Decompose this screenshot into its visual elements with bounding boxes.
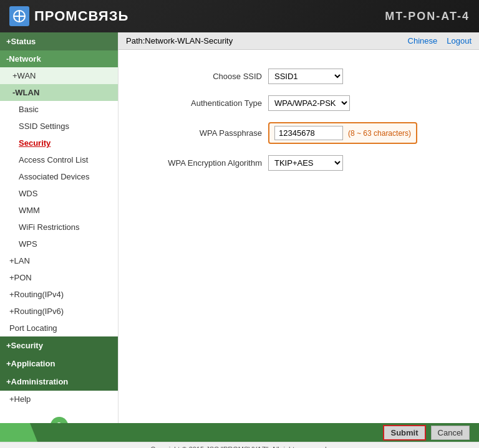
passphrase-input[interactable]: [274, 126, 343, 140]
sidebar-item-port-locating[interactable]: Port Locating: [0, 320, 118, 336]
ssid-label: Choose SSID: [131, 72, 268, 81]
encryption-row: WPA Encryption Algorithm TKIP AES TKIP+A…: [131, 155, 467, 171]
passphrase-control: (8 ~ 63 characters): [268, 122, 417, 144]
sidebar-item-wmm[interactable]: WMM: [0, 202, 118, 219]
sidebar-item-lan[interactable]: +LAN: [0, 252, 118, 269]
breadcrumb-bar: Path:Network-WLAN-Security Chinese Logou…: [119, 32, 479, 50]
sidebar-item-help[interactable]: +Help: [0, 391, 118, 407]
sidebar-item-wps[interactable]: WPS: [0, 236, 118, 252]
sidebar-item-acl[interactable]: Access Control List: [0, 151, 118, 168]
auth-type-row: Authentication Type Open WPA-PSK WPA2-PS…: [131, 95, 467, 111]
cancel-button[interactable]: Cancel: [431, 426, 470, 440]
submit-button[interactable]: Submit: [383, 425, 425, 441]
sidebar-item-pon[interactable]: +PON: [0, 269, 118, 286]
sidebar-item-wan[interactable]: +WAN: [0, 67, 118, 84]
content-area: Path:Network-WLAN-Security Chinese Logou…: [119, 32, 479, 423]
help-button[interactable]: ?: [51, 417, 68, 423]
ssid-select[interactable]: SSID1 SSID2 SSID3 SSID4: [268, 69, 343, 84]
auth-type-select[interactable]: Open WPA-PSK WPA2-PSK WPA/WPA2-PSK: [268, 95, 350, 111]
sidebar: +Status -Network +WAN -WLAN Basic SSID S…: [0, 32, 119, 423]
chinese-link[interactable]: Chinese: [408, 36, 438, 45]
bottom-section: Submit Cancel: [0, 423, 479, 442]
logo-area: ПРОМСВЯЗЬ: [9, 6, 128, 26]
ssid-row: Choose SSID SSID1 SSID2 SSID3 SSID4: [131, 69, 467, 84]
passphrase-hint: (8 ~ 63 characters): [348, 129, 411, 138]
sidebar-item-associated-devices[interactable]: Associated Devices: [0, 168, 118, 185]
sidebar-item-security[interactable]: Security: [0, 135, 118, 151]
sidebar-item-routing-ipv6[interactable]: +Routing(IPv6): [0, 303, 118, 320]
encryption-label: WPA Encryption Algorithm: [131, 158, 268, 168]
ssid-control: SSID1 SSID2 SSID3 SSID4: [268, 69, 343, 84]
header: ПРОМСВЯЗЬ MT-PON-AT-4: [0, 0, 479, 32]
sidebar-item-status[interactable]: +Status: [0, 32, 118, 50]
passphrase-wrapper: (8 ~ 63 characters): [268, 122, 417, 144]
sidebar-help-area: ?: [0, 407, 118, 423]
auth-type-control: Open WPA-PSK WPA2-PSK WPA/WPA2-PSK: [268, 95, 350, 111]
form-area: Choose SSID SSID1 SSID2 SSID3 SSID4 Auth…: [119, 50, 479, 423]
sidebar-item-application[interactable]: +Application: [0, 355, 118, 373]
auth-type-label: Authentication Type: [131, 98, 268, 108]
logo-icon: [9, 6, 29, 26]
sidebar-item-wifi-restrictions[interactable]: WiFi Restrictions: [0, 219, 118, 236]
breadcrumb: Path:Network-WLAN-Security: [126, 36, 233, 45]
sidebar-item-wlan[interactable]: -WLAN: [0, 84, 118, 101]
encryption-control: TKIP AES TKIP+AES: [268, 155, 343, 171]
main-layout: +Status -Network +WAN -WLAN Basic SSID S…: [0, 32, 479, 423]
sidebar-item-ssid-settings[interactable]: SSID Settings: [0, 118, 118, 135]
sidebar-item-network[interactable]: -Network: [0, 50, 118, 67]
passphrase-row: WPA Passphrase (8 ~ 63 characters): [131, 122, 467, 144]
sidebar-item-basic[interactable]: Basic: [0, 101, 118, 118]
passphrase-label: WPA Passphrase: [131, 128, 268, 138]
logo-text: ПРОМСВЯЗЬ: [34, 8, 128, 24]
sidebar-item-administration[interactable]: +Administration: [0, 373, 118, 391]
sidebar-item-security-section[interactable]: +Security: [0, 336, 118, 355]
logout-link[interactable]: Logout: [447, 36, 472, 45]
breadcrumb-links: Chinese Logout: [408, 36, 472, 45]
copyright-text: Copyright © 2015 JSC "PROMSVYAZ". All ri…: [150, 446, 328, 448]
sidebar-item-wds[interactable]: WDS: [0, 185, 118, 202]
sidebar-item-routing-ipv4[interactable]: +Routing(IPv4): [0, 286, 118, 303]
encryption-select[interactable]: TKIP AES TKIP+AES: [268, 155, 343, 171]
copyright-bar: Copyright © 2015 JSC "PROMSVYAZ". All ri…: [0, 442, 479, 448]
device-name: MT-PON-AT-4: [385, 10, 470, 23]
